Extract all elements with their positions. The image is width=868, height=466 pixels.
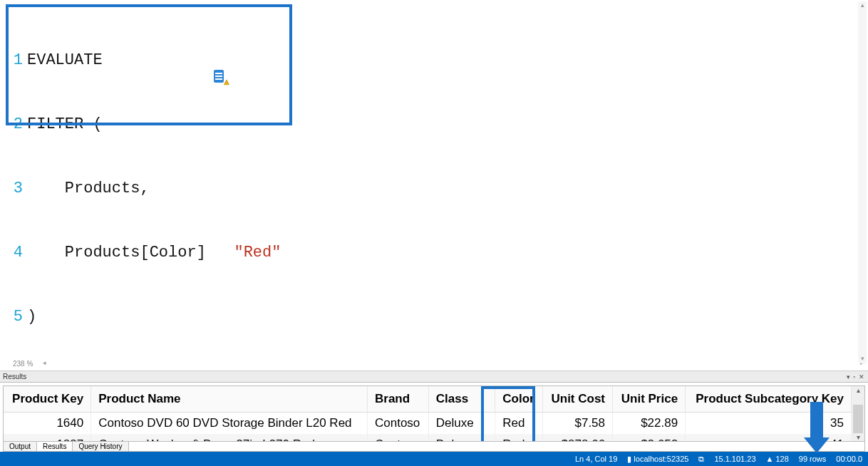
code-text: ) [27, 306, 36, 328]
table-row[interactable]: 1887Contoso Washer & Dryer 27in L270 Red… [4, 434, 852, 441]
results-table[interactable]: Product Key Product Name Brand Class Col… [4, 386, 852, 441]
results-grid-wrap: Product Key Product Name Brand Class Col… [3, 385, 865, 442]
line-number: 5 [0, 306, 27, 328]
cell-color: Red [495, 413, 543, 435]
bottom-tabs: Output Results Query History [3, 442, 865, 452]
line-number: 3 [0, 178, 27, 200]
table-header-row: Product Key Product Name Brand Class Col… [4, 386, 852, 413]
cell-brand: Contoso [367, 434, 428, 441]
col-unit-price[interactable]: Unit Price [613, 386, 686, 413]
cell-subcategory-key: 35 [686, 413, 852, 435]
code-editor-pane[interactable]: ▲ 1EVALUATE 2FILTER ( 3 Products, 4 Prod… [0, 0, 868, 371]
code-text: Products[Color] "Red" [27, 242, 281, 264]
tab-output[interactable]: Output [4, 442, 37, 451]
status-bar: Ln 4, Col 19 ▮localhost:52325 ⧉ 15.1.101… [0, 452, 868, 466]
scroll-up-icon[interactable]: ▴ [852, 386, 864, 395]
col-product-name[interactable]: Product Name [91, 386, 368, 413]
table-row[interactable]: 1640Contoso DVD 60 DVD Storage Binder L2… [4, 413, 852, 435]
status-row-count: 99 rows [799, 455, 827, 463]
cell-unit-price: $22.89 [613, 413, 686, 435]
server-icon: ▮ [627, 455, 631, 464]
cell-product-name: Contoso Washer & Dryer 27in L270 Red [91, 434, 368, 441]
cell-unit-cost: $878.66 [542, 434, 612, 441]
cell-product-key: 1640 [4, 413, 91, 435]
status-users: ▲128 [766, 455, 789, 463]
results-panel-title: Results [3, 373, 26, 380]
cell-color: Red [495, 434, 543, 441]
cell-unit-price: $2,652 [613, 434, 686, 441]
user-icon: ▲ [766, 455, 774, 463]
cell-class: Deluxe [428, 434, 495, 441]
code-keyword: EVALUATE [27, 50, 103, 71]
col-class[interactable]: Class [428, 386, 495, 413]
status-elapsed: 00:00.0 [836, 455, 862, 463]
col-brand[interactable]: Brand [367, 386, 428, 413]
results-panel-header: Results ▾ ▫ ✕ [0, 371, 868, 383]
scroll-down-icon[interactable]: ▾ [852, 433, 864, 442]
code-text: Products, [27, 178, 150, 200]
grid-vscrollbar[interactable]: ▴ ▾ [852, 386, 864, 441]
hscroll-left-button[interactable]: ◂ [43, 359, 46, 366]
cell-unit-cost: $7.58 [542, 413, 612, 435]
tab-query-history[interactable]: Query History [73, 442, 128, 451]
cell-subcategory-key: 41 [686, 434, 852, 441]
cell-product-name: Contoso DVD 60 DVD Storage Binder L20 Re… [91, 413, 368, 435]
panel-dock-controls[interactable]: ▾ ▫ ✕ [847, 373, 865, 380]
code-string: "Red" [234, 244, 281, 262]
intellisense-icon: ▲ [214, 70, 229, 84]
editor-vscrollbar[interactable]: ▴ ▾ [858, 1, 867, 363]
status-server: ▮localhost:52325 [627, 455, 688, 464]
scroll-down-icon[interactable]: ▾ [858, 355, 867, 363]
zoom-indicator[interactable]: 238 % [13, 360, 33, 368]
col-subcategory-key[interactable]: Product Subcategory Key [686, 386, 852, 413]
line-number: 4 [0, 242, 27, 264]
scroll-up-icon[interactable]: ▴ [858, 1, 867, 10]
status-ip: 15.1.101.23 [714, 455, 755, 463]
status-copy-icon[interactable]: ⧉ [698, 455, 704, 464]
col-unit-cost[interactable]: Unit Cost [542, 386, 612, 413]
cell-product-key: 1887 [4, 434, 91, 441]
col-product-key[interactable]: Product Key [4, 386, 91, 413]
scroll-thumb[interactable] [853, 405, 863, 433]
cell-brand: Contoso [367, 413, 428, 435]
tab-results[interactable]: Results [37, 442, 73, 451]
status-caret-pos: Ln 4, Col 19 [575, 455, 617, 463]
line-number: 2 [0, 114, 27, 135]
dax-code[interactable]: 1EVALUATE 2FILTER ( 3 Products, 4 Produc… [0, 0, 868, 371]
code-text: Products[Color] [27, 244, 215, 262]
cell-class: Deluxe [428, 413, 495, 435]
code-keyword: FILTER ( [27, 114, 103, 135]
col-color[interactable]: Color [495, 386, 543, 413]
line-number: 1 [0, 50, 27, 71]
